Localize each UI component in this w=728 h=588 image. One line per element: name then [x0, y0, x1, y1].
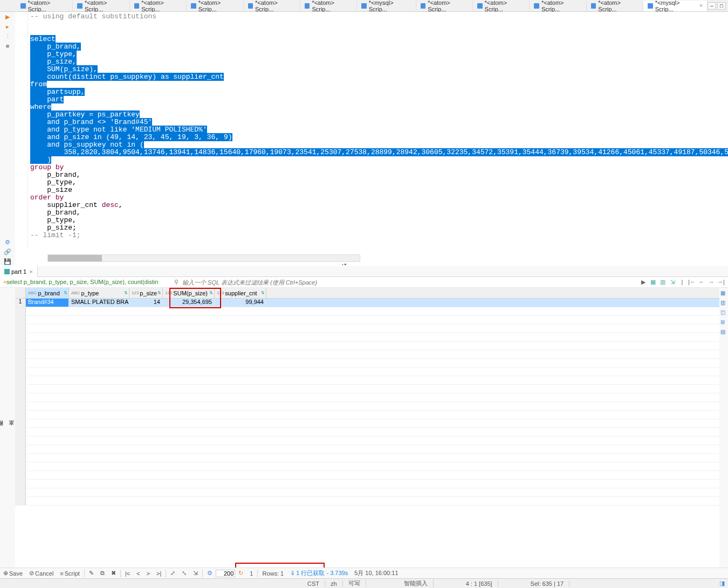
status-tz: CST	[302, 580, 325, 587]
sort-icon[interactable]: ⇅	[261, 290, 265, 295]
tab-7[interactable]: *<mysql> Scrip...	[357, 1, 416, 11]
sort-icon[interactable]: ⇅	[209, 290, 213, 295]
grid-view-tab[interactable]: 网格	[0, 290, 4, 571]
table-row[interactable]: 1 Brand#34 SMALL PLATED BRASS 14 29,354,…	[15, 299, 719, 307]
settings-icon[interactable]: ⚙	[204, 570, 216, 577]
export2-icon[interactable]: ⇲	[190, 570, 201, 577]
settings-icon[interactable]: ⚙	[4, 238, 11, 246]
filter-input[interactable]	[180, 279, 640, 286]
expand-icon[interactable]: ⤢	[167, 570, 178, 577]
next-row-icon[interactable]: >	[143, 570, 153, 577]
collapse-icon[interactable]: ⤡	[178, 570, 190, 577]
panel3-icon[interactable]: ◫	[720, 309, 727, 316]
delete-icon[interactable]: ✖	[108, 570, 119, 577]
page-size-input[interactable]	[216, 570, 235, 577]
refresh-icon[interactable]: ↻	[235, 570, 246, 577]
sort-icon[interactable]: ⇅	[124, 290, 128, 295]
duplicate-icon[interactable]: ⧉	[97, 570, 108, 577]
sql-file-icon	[421, 3, 426, 9]
tab-6[interactable]: *<atom> Scrip...	[300, 1, 357, 11]
tab-8[interactable]: *<atom> Scrip...	[416, 1, 473, 11]
cell-psize[interactable]: 14	[129, 299, 163, 307]
grid-empty-area	[15, 307, 719, 506]
tab-5[interactable]: *<atom> Scrip...	[244, 1, 300, 11]
run-step-icon[interactable]: ▸	[4, 23, 11, 30]
filter-icon[interactable]: ⚲	[173, 279, 180, 286]
prev-row-icon[interactable]: <	[133, 570, 143, 577]
panel5-icon[interactable]: ▤	[720, 329, 727, 335]
tab-3[interactable]: *<atom> Scrip...	[130, 1, 187, 11]
rows-label: Rows: 1	[259, 570, 287, 577]
stop-icon[interactable]: ■	[4, 42, 11, 50]
sort-icon[interactable]: ⇅	[64, 290, 67, 295]
sql-file-icon	[534, 3, 539, 9]
sql-code-area[interactable]: -- using default substitutions select p_…	[28, 12, 728, 252]
tab-9[interactable]: *<atom> Scrip...	[473, 1, 530, 11]
executed-query-label: ⌖select p_brand, p_type, p_size, SUM(p_s…	[0, 279, 173, 286]
status-corner-icon[interactable]: ◨	[719, 580, 728, 587]
editor-left-toolbar: ▶ ▸ ⋮ ■ ⚙ 🔗 💾	[0, 12, 15, 265]
cell-suppcnt[interactable]: 99,944	[215, 299, 266, 307]
next-icon[interactable]: →	[708, 279, 715, 286]
horizontal-scrollbar[interactable]	[47, 254, 360, 262]
column-header-suppcnt[interactable]: 123supplier_cnt⇅	[215, 288, 266, 298]
results-grid[interactable]: ABCp_brand⇅ ABCp_type⇅ 123p_size⇅ 123SUM…	[15, 288, 719, 573]
maximize-button[interactable]: □	[717, 2, 726, 10]
panel4-icon[interactable]: ⊞	[720, 319, 727, 326]
first-row-icon[interactable]: |<	[122, 570, 133, 577]
sql-file-icon	[20, 3, 26, 9]
column-header-ptype[interactable]: ABCp_type⇅	[69, 288, 129, 298]
panel2-icon[interactable]: ▥	[720, 300, 727, 306]
save-file-icon[interactable]: 💾	[4, 258, 11, 265]
tab-1[interactable]: *<atom> Scrip...	[16, 1, 73, 11]
run-icon[interactable]: ▶	[4, 13, 11, 20]
cell-sumsize[interactable]: 29,354,695	[163, 299, 215, 307]
refresh-count: 1	[246, 570, 256, 577]
scrollbar-thumb[interactable]	[48, 255, 102, 261]
result-tab-part1[interactable]: part 1 ×	[0, 266, 38, 277]
last-row-icon[interactable]: >|	[153, 570, 164, 577]
tab-4[interactable]: *<atom> Scrip...	[187, 1, 243, 11]
grid-header: ABCp_brand⇅ ABCp_type⇅ 123p_size⇅ 123SUM…	[15, 288, 719, 299]
status-insert-mode: 智能插入	[399, 579, 434, 587]
tab-2[interactable]: *<atom> Scrip...	[73, 1, 129, 11]
column-header-psize[interactable]: 123p_size⇅	[129, 288, 163, 298]
cell-pbrand[interactable]: Brand#34	[26, 299, 69, 307]
sql-editor[interactable]: -- using default substitutions select p_…	[15, 12, 728, 265]
tab-12-active[interactable]: *<mysql> Scrip...×	[643, 1, 708, 11]
panels-icon[interactable]: ▦	[649, 279, 657, 286]
tab-10[interactable]: *<atom> Scrip...	[530, 1, 586, 11]
save-button[interactable]: ⊕ Save	[0, 570, 26, 577]
close-icon[interactable]: ×	[699, 3, 703, 9]
export-icon[interactable]: ⇲	[669, 279, 676, 286]
edit-icon[interactable]: ✎	[86, 570, 97, 577]
tab-11[interactable]: *<atom> Scrip...	[587, 1, 643, 11]
link-icon[interactable]: 🔗	[4, 248, 11, 255]
panel-icon[interactable]: ▦	[720, 290, 727, 296]
status-selection: Sel: 635 | 17	[525, 580, 570, 587]
script-button[interactable]: ≡ Script	[57, 570, 83, 577]
grid-corner[interactable]	[15, 288, 26, 298]
sql-file-icon	[191, 3, 196, 9]
cancel-button[interactable]: ⊘ Cancel	[26, 570, 57, 577]
explain-icon[interactable]: ⋮	[4, 32, 11, 40]
prev-icon[interactable]: ←	[698, 279, 705, 286]
timestamp-label: 5月 10, 16:00:11	[351, 569, 401, 577]
nav-next-icon[interactable]: ▶	[640, 279, 647, 286]
split-handle-icon[interactable]: ▴▾	[328, 262, 360, 265]
column-header-sumsize[interactable]: 123SUM(p_size)⇅	[163, 288, 215, 298]
panels2-icon[interactable]: ▥	[659, 279, 667, 286]
row-number[interactable]: 1	[15, 299, 26, 307]
close-icon[interactable]: ×	[29, 268, 32, 275]
status-locale: zh	[325, 580, 343, 587]
cell-ptype[interactable]: SMALL PLATED BRASS	[69, 299, 129, 307]
first-icon[interactable]: |←	[688, 279, 696, 286]
last-icon[interactable]: →|	[717, 279, 725, 286]
minimize-button[interactable]: –	[708, 2, 716, 10]
sql-file-icon	[77, 3, 83, 9]
sort-icon[interactable]: ⇅	[157, 290, 161, 295]
status-cursor-pos: 4 : 1 [635]	[461, 580, 498, 587]
results-tabstrip: part 1 ×	[0, 266, 728, 277]
column-header-pbrand[interactable]: ABCp_brand⇅	[26, 288, 69, 298]
text-view-tab[interactable]: 文本	[8, 290, 15, 571]
